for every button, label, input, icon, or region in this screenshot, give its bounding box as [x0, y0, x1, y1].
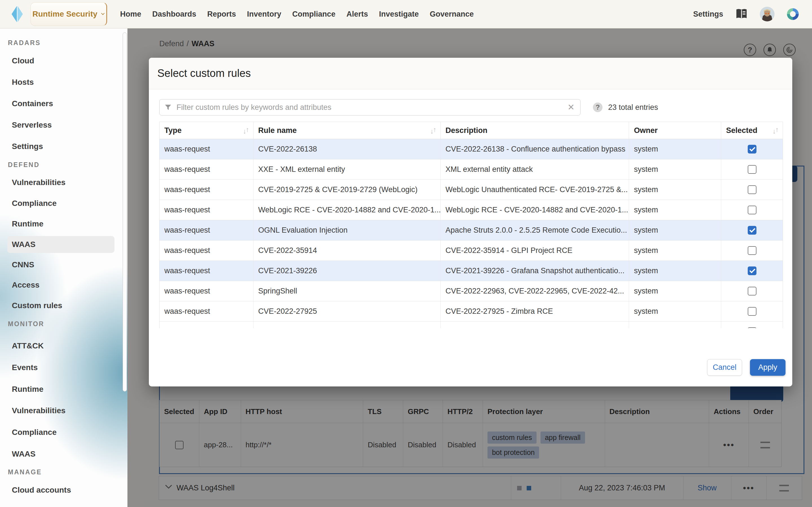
rule-owner-cell: system — [629, 200, 721, 220]
rule-selected-cell — [721, 301, 783, 321]
custom-rules-table-header: Type ↓↑ Rule name ↓↑ Description Owner S… — [160, 122, 783, 139]
rule-owner-cell — [629, 322, 721, 328]
column-header-description[interactable]: Description — [441, 122, 629, 139]
sidebar-item-cnns[interactable]: CNNS — [0, 256, 128, 273]
sidebar-item-waas[interactable]: WAAS — [0, 446, 128, 462]
rule-checkbox[interactable] — [748, 226, 756, 235]
nav-inventory[interactable]: Inventory — [247, 10, 282, 18]
rule-description-cell: CVE-2022-27925 - Zimbra RCE — [441, 301, 629, 321]
nav-dashboards[interactable]: Dashboards — [152, 10, 196, 18]
nav-compliance[interactable]: Compliance — [292, 10, 336, 18]
filter-input-box: ✕ — [159, 99, 580, 115]
rule-description-cell: CVE-2022-22963, CVE-2022-22965, CVE-2022… — [441, 281, 629, 301]
sidebar-item-events[interactable]: Events — [0, 359, 128, 376]
nav-governance[interactable]: Governance — [430, 10, 474, 18]
rule-owner-cell: system — [629, 180, 721, 200]
custom-rule-row[interactable]: waas-requestCVE-2019-2725 & CVE-2019-272… — [160, 180, 783, 200]
rule-name-cell: XXE - XML external entity — [253, 159, 441, 179]
modal-footer: Cancel Apply — [707, 359, 785, 376]
rule-selected-cell — [721, 159, 783, 179]
rule-checkbox[interactable] — [748, 267, 756, 275]
rule-checkbox[interactable] — [748, 307, 756, 316]
sidebar-section-defend: DEFEND — [0, 156, 128, 173]
custom-rule-row[interactable]: waas-requestOGNL Evaluation InjectionApa… — [160, 220, 783, 240]
rule-checkbox[interactable] — [748, 185, 756, 194]
rule-checkbox[interactable] — [748, 165, 756, 174]
rule-description-cell: CVE-2022-35914 - GLPI Project RCE — [441, 240, 629, 261]
rule-checkbox[interactable] — [748, 206, 756, 214]
sidebar-item-serverless[interactable]: Serverless — [0, 117, 128, 133]
custom-rule-row[interactable]: waas-requestSpringShellCVE-2022-22963, C… — [160, 281, 783, 301]
rule-type-cell: waas-request — [160, 261, 253, 281]
column-header-rule-name[interactable]: Rule name ↓↑ — [253, 122, 441, 139]
custom-rule-row[interactable]: waas-requestCVE-2021-39226CVE-2021-39226… — [160, 261, 783, 281]
custom-rule-row[interactable]: waas-requestCVE-2022-26138CVE-2022-26138… — [160, 139, 783, 159]
sidebar-item-waas[interactable]: WAAS — [7, 236, 114, 253]
sidebar-item-runtime[interactable]: Runtime — [0, 216, 128, 232]
sidebar-item-vulnerabilities[interactable]: Vulnerabilities — [0, 174, 128, 191]
rule-checkbox[interactable] — [748, 287, 756, 295]
rule-description-cell: CVE-2021-39226 - Grafana Snapshot authen… — [441, 261, 629, 281]
custom-rule-row[interactable]: waas-requestXXE - XML external entityXML… — [160, 159, 783, 180]
sidebar-item-cloud[interactable]: Cloud — [0, 52, 128, 69]
column-header-owner[interactable]: Owner — [629, 122, 721, 139]
rule-name-cell: SpringShell — [253, 281, 441, 301]
docs-book-icon[interactable] — [734, 7, 749, 21]
nav-home[interactable]: Home — [120, 10, 141, 18]
sidebar-item-custom-rules[interactable]: Custom rules — [0, 297, 128, 314]
rule-owner-cell: system — [629, 139, 721, 159]
rule-name-cell: CVE-2022-27925 — [253, 301, 441, 321]
sidebar-item-vulnerabilities[interactable]: Vulnerabilities — [0, 402, 128, 419]
rule-type-cell: waas-request — [160, 159, 253, 179]
prisma-cloud-icon[interactable] — [786, 7, 800, 21]
rule-type-cell: waas-request — [160, 220, 253, 240]
sidebar-item-access[interactable]: Access — [0, 277, 128, 293]
sort-icon: ↓↑ — [772, 126, 779, 134]
nav-reports[interactable]: Reports — [207, 10, 236, 18]
rule-selected-cell — [721, 180, 783, 200]
rule-selected-cell — [721, 200, 783, 220]
total-entries-count: 23 total entries — [608, 103, 658, 112]
custom-rule-row[interactable] — [160, 322, 783, 328]
rule-type-cell: waas-request — [160, 200, 253, 220]
sidebar-item-att-ck[interactable]: ATT&CK — [0, 337, 128, 354]
rule-name-cell: OGNL Evaluation Injection — [253, 220, 441, 240]
chevron-down-icon — [101, 12, 105, 16]
product-switcher[interactable]: Runtime Security — [31, 2, 107, 26]
rule-selected-cell — [721, 281, 783, 301]
column-header-type[interactable]: Type ↓↑ — [160, 122, 253, 139]
filter-input[interactable] — [176, 103, 566, 112]
select-custom-rules-modal: Select custom rules ✕ ? 23 total entries… — [149, 58, 792, 386]
avatar[interactable] — [760, 7, 774, 21]
sidebar-item-settings[interactable]: Settings — [0, 138, 128, 155]
rule-checkbox[interactable] — [748, 145, 756, 154]
sidebar-item-compliance[interactable]: Compliance — [0, 195, 128, 212]
sidebar-item-compliance[interactable]: Compliance — [0, 424, 128, 441]
rule-selected-cell — [721, 322, 783, 328]
rule-checkbox[interactable] — [748, 246, 756, 255]
filter-help-icon[interactable]: ? — [593, 103, 603, 112]
rule-checkbox[interactable] — [748, 327, 756, 328]
custom-rule-row[interactable]: waas-requestWebLogic RCE - CVE-2020-1488… — [160, 200, 783, 220]
column-header-selected[interactable]: Selected ↓↑ — [721, 122, 783, 139]
sidebar-item-hosts[interactable]: Hosts — [0, 74, 128, 91]
sidebar-item-containers[interactable]: Containers — [0, 95, 128, 112]
sidebar-item-runtime[interactable]: Runtime — [0, 381, 128, 398]
cancel-button[interactable]: Cancel — [707, 359, 742, 376]
rule-name-cell — [253, 322, 441, 328]
product-switcher-label: Runtime Security — [33, 10, 97, 18]
custom-rule-row[interactable]: waas-requestCVE-2022-27925CVE-2022-27925… — [160, 301, 783, 322]
settings-link[interactable]: Settings — [693, 10, 723, 18]
custom-rule-row[interactable]: waas-requestCVE-2022-35914CVE-2022-35914… — [160, 240, 783, 261]
sidebar-item-cloud-accounts[interactable]: Cloud accounts — [0, 482, 128, 499]
rule-type-cell: waas-request — [160, 180, 253, 200]
rule-name-cell: WebLogic RCE - CVE-2020-14882 and CVE-20… — [253, 200, 441, 220]
sidebar: RADARSCloudHostsContainersServerlessSett… — [0, 28, 128, 507]
nav-investigate[interactable]: Investigate — [379, 10, 419, 18]
sidebar-scrollbar[interactable] — [123, 33, 127, 392]
nav-alerts[interactable]: Alerts — [347, 10, 368, 18]
rule-name-cell: CVE-2021-39226 — [253, 261, 441, 281]
apply-button[interactable]: Apply — [750, 359, 785, 376]
clear-filter-icon[interactable]: ✕ — [566, 103, 576, 112]
rule-description-cell: WebLogic Unauthenticated RCE- CVE-2019-2… — [441, 180, 629, 200]
